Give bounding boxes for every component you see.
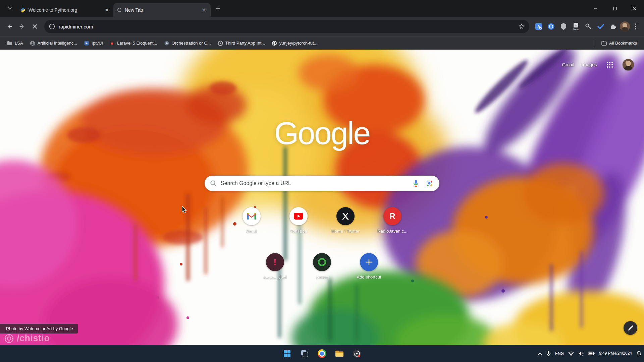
new-extension-button[interactable]: New bbox=[571, 21, 581, 32]
start-button[interactable] bbox=[280, 347, 294, 360]
stop-loading-button[interactable] bbox=[29, 20, 41, 33]
bell-icon bbox=[636, 351, 641, 356]
windows-taskbar: ENG 9:49 PM bbox=[0, 345, 644, 362]
shield-extension-button[interactable] bbox=[559, 21, 568, 32]
file-explorer-button[interactable] bbox=[333, 347, 346, 360]
taskbar-date: 4/24/2024 bbox=[614, 351, 632, 356]
taskbar-clock[interactable]: 9:49 PM 4/24/2024 bbox=[599, 351, 632, 356]
new-tab-page: Gmail Images Google bbox=[0, 50, 644, 345]
back-button[interactable] bbox=[3, 20, 15, 33]
translate-extension-button[interactable]: A bbox=[534, 21, 543, 32]
tab-python-org[interactable]: Welcome to Python.org ✕ bbox=[16, 3, 113, 17]
watercolor-background bbox=[0, 50, 644, 345]
password-extension-button[interactable] bbox=[584, 21, 593, 32]
shortcut-label: اسأل مدرسة bbox=[263, 275, 286, 280]
bookmark-pytorch-tutorial[interactable]: yunjey/pytorch-tut... bbox=[269, 39, 320, 48]
extensions-area: A New bbox=[534, 21, 618, 32]
task-view-button[interactable] bbox=[298, 347, 311, 360]
google-logo: Google bbox=[0, 115, 644, 152]
screen-recorder-button[interactable] bbox=[350, 347, 364, 360]
folder-icon bbox=[7, 41, 12, 46]
shortcut-youtube[interactable]: YouTube bbox=[275, 207, 322, 234]
microphone-icon bbox=[413, 180, 419, 187]
voice-search-button[interactable] bbox=[411, 179, 421, 188]
shortcut-twitter[interactable]: Home / Twitter bbox=[322, 207, 369, 234]
chrome-menu-button[interactable] bbox=[631, 20, 641, 33]
new-extension-label: New bbox=[573, 28, 579, 31]
taskbar-time: 9:49 PM bbox=[599, 351, 614, 356]
bookmark-artificial-intelligence[interactable]: Artificial Intelligenc... bbox=[27, 39, 80, 48]
shortcut-ask[interactable]: ! اسأل مدرسة bbox=[252, 253, 299, 280]
bookmark-lsa[interactable]: LSA bbox=[4, 39, 26, 48]
bookmark-third-party-app[interactable]: Third Party App Int... bbox=[215, 39, 268, 48]
google-apps-button[interactable] bbox=[604, 59, 615, 70]
browser-profile-avatar[interactable] bbox=[620, 21, 630, 32]
bookmark-star-button[interactable] bbox=[517, 21, 527, 32]
bookmark-iptvui[interactable]: IptvUi bbox=[81, 39, 106, 48]
bookmark-label: IptvUi bbox=[92, 41, 103, 46]
extensions-menu-button[interactable] bbox=[608, 21, 618, 32]
shortcuts-row-2: ! اسأل مدرسة chistio bbox=[252, 253, 392, 280]
minimize-button[interactable] bbox=[586, 0, 605, 17]
pencil-icon bbox=[628, 325, 634, 331]
checkmark-extension-button[interactable] bbox=[596, 21, 605, 32]
shortcut-label: RadioJavan.c... bbox=[377, 229, 408, 234]
gmail-link[interactable]: Gmail bbox=[562, 62, 575, 67]
gmail-icon bbox=[247, 213, 256, 220]
photo-credit: Photo by Watercolor Art by Google bbox=[0, 324, 78, 334]
images-link[interactable]: Images bbox=[582, 62, 597, 67]
microphone-icon bbox=[546, 351, 551, 356]
microphone-tray-button[interactable] bbox=[546, 351, 551, 356]
tab-close-button[interactable]: ✕ bbox=[201, 6, 208, 14]
chrome-icon bbox=[318, 349, 326, 358]
bookmark-orchestration[interactable]: Orchestration or C... bbox=[161, 39, 214, 48]
close-window-button[interactable] bbox=[625, 0, 644, 17]
wifi-button[interactable] bbox=[568, 351, 574, 356]
chrome-taskbar-button[interactable] bbox=[315, 347, 329, 360]
forward-button[interactable] bbox=[16, 20, 28, 33]
laravel-favicon bbox=[109, 41, 115, 46]
google-lens-button[interactable] bbox=[425, 179, 434, 188]
bookmarks-divider bbox=[594, 40, 594, 47]
plus-icon bbox=[366, 259, 372, 265]
windows-icon bbox=[283, 350, 291, 357]
bookmark-label: Artificial Intelligenc... bbox=[38, 41, 77, 46]
github-favicon bbox=[272, 41, 277, 46]
tab-close-button[interactable]: ✕ bbox=[103, 6, 111, 14]
blue-circle-extension-button[interactable] bbox=[546, 21, 556, 32]
wifi-icon bbox=[568, 351, 574, 356]
search-input[interactable] bbox=[221, 180, 407, 186]
shortcut-chistio[interactable]: chistio bbox=[299, 253, 345, 280]
shortcuts-row-1: Gmail YouTube bbox=[228, 207, 416, 234]
omnibox[interactable]: rapidminer.com bbox=[44, 20, 529, 33]
checkmark-icon bbox=[597, 23, 604, 30]
new-tab-button[interactable] bbox=[213, 3, 223, 14]
shortcut-add[interactable]: Add shortcut bbox=[345, 253, 392, 280]
translate-icon: A bbox=[535, 23, 542, 30]
shortcut-gmail[interactable]: Gmail bbox=[228, 207, 275, 234]
maximize-button[interactable] bbox=[605, 0, 625, 17]
search-bar[interactable] bbox=[205, 176, 439, 191]
customize-chrome-button[interactable] bbox=[624, 321, 637, 335]
bookmark-laravel[interactable]: Laravel 5 Eloquent... bbox=[106, 39, 160, 48]
channel-watermark: /chistio bbox=[4, 333, 50, 344]
google-account-avatar[interactable] bbox=[623, 59, 634, 70]
tab-search-button[interactable] bbox=[5, 3, 15, 13]
shortcut-radiojavan[interactable]: R RadioJavan.c... bbox=[369, 207, 416, 234]
notifications-button[interactable] bbox=[636, 351, 641, 356]
language-indicator[interactable]: ENG bbox=[555, 351, 564, 356]
page-info-icon[interactable] bbox=[49, 23, 55, 29]
all-bookmarks-button[interactable]: All Bookmarks bbox=[598, 39, 640, 48]
volume-button[interactable] bbox=[578, 351, 584, 356]
forward-arrow-icon bbox=[19, 23, 25, 30]
search-icon bbox=[210, 180, 217, 187]
youtube-icon bbox=[294, 213, 303, 220]
key-icon bbox=[585, 23, 592, 30]
tab-new-tab[interactable]: New Tab ✕ bbox=[113, 3, 211, 17]
chevron-up-icon bbox=[538, 352, 542, 355]
battery-icon bbox=[588, 352, 595, 355]
battery-button[interactable] bbox=[588, 352, 595, 355]
hidden-icons-button[interactable] bbox=[538, 352, 542, 355]
loading-spinner-icon bbox=[117, 8, 122, 12]
shortcut-label: YouTube bbox=[290, 229, 307, 234]
